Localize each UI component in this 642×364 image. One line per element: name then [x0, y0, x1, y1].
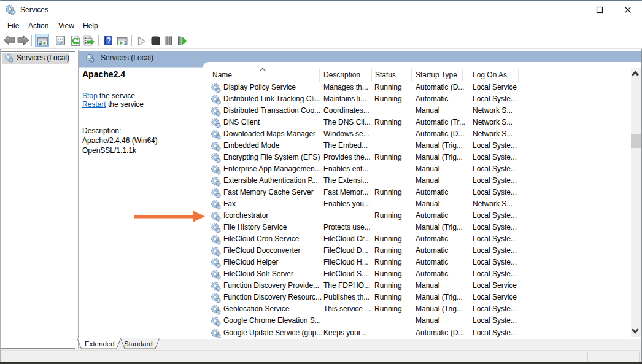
svg-text:Extended: Extended [85, 340, 115, 347]
svg-text:?: ? [106, 36, 111, 45]
svg-text:Standard: Standard [124, 340, 153, 347]
